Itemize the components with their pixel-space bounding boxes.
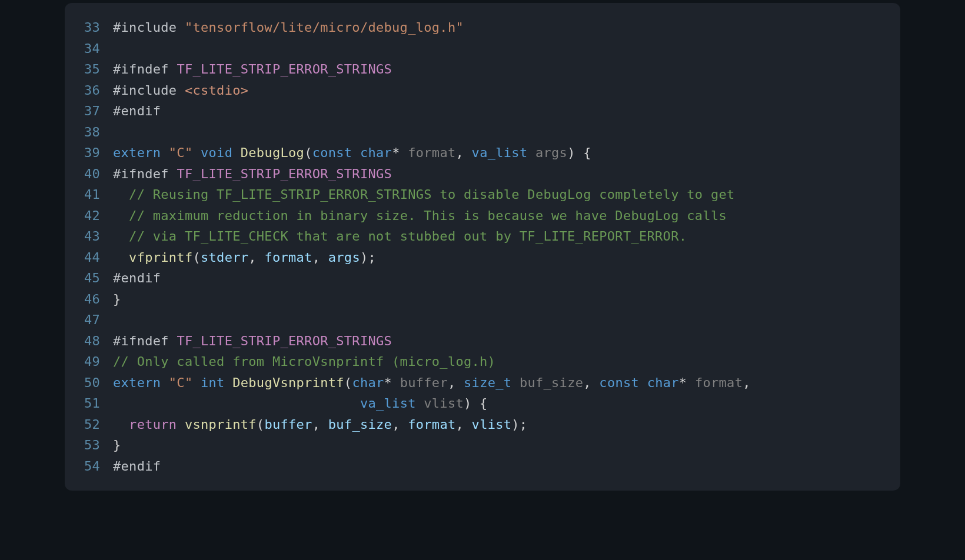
code-line: 36#include <cstdio> — [65, 80, 886, 101]
line-number: 45 — [65, 268, 113, 289]
code-content — [113, 122, 886, 143]
code-content: } — [113, 435, 886, 456]
code-token: ( — [257, 417, 265, 432]
code-token: stderr — [201, 250, 248, 265]
code-token: vsnprintf — [185, 417, 257, 432]
line-number: 39 — [65, 142, 113, 164]
code-content: #include "tensorflow/lite/micro/debug_lo… — [113, 17, 886, 38]
code-token: buf_size — [520, 375, 583, 390]
code-token: #ifndef — [113, 62, 177, 76]
line-number: 47 — [65, 309, 113, 331]
code-token: ); — [511, 417, 527, 432]
code-token: args — [328, 250, 360, 265]
code-line: 47 — [65, 309, 886, 331]
code-token — [113, 229, 129, 244]
code-token: vlist — [472, 417, 512, 432]
code-content — [113, 309, 886, 331]
code-token — [113, 187, 129, 202]
line-number: 34 — [65, 38, 113, 59]
line-number: 40 — [65, 164, 113, 185]
code-token — [232, 145, 241, 160]
code-token: args — [535, 145, 567, 160]
code-content: } — [113, 289, 886, 310]
line-number: 53 — [65, 435, 113, 456]
code-content: #endif — [113, 101, 886, 122]
line-number: 38 — [65, 122, 113, 143]
code-line: 49// Only called from MicroVsnprintf (mi… — [65, 351, 886, 372]
code-token: const — [599, 375, 639, 390]
code-token: const — [312, 145, 352, 160]
code-token: va_list — [472, 145, 528, 160]
code-token: , — [312, 250, 328, 265]
code-token — [639, 375, 647, 390]
code-token: TF_LITE_STRIP_ERROR_STRINGS — [177, 62, 392, 76]
code-token: // maximum reduction in binary size. Thi… — [129, 208, 727, 223]
code-line: 45#endif — [65, 268, 886, 289]
code-line: 52 return vsnprintf(buffer, buf_size, fo… — [65, 414, 886, 435]
code-token: #endif — [113, 271, 161, 285]
code-line: 51 va_list vlist) { — [65, 393, 886, 414]
code-token: char — [360, 145, 392, 160]
code-token: #endif — [113, 459, 161, 474]
code-line: 48#ifndef TF_LITE_STRIP_ERROR_STRINGS — [65, 331, 886, 352]
code-line: 33#include "tensorflow/lite/micro/debug_… — [65, 17, 886, 38]
line-number: 33 — [65, 17, 113, 38]
code-token: buffer — [400, 375, 448, 390]
code-token: ) { — [567, 145, 591, 160]
code-token: * — [679, 375, 695, 390]
code-token: format — [264, 250, 312, 265]
code-token: size_t — [464, 375, 511, 390]
code-content: // Reusing TF_LITE_STRIP_ERROR_STRINGS t… — [113, 184, 886, 205]
code-token: , — [743, 375, 751, 390]
code-token: buffer — [264, 417, 312, 432]
line-number: 49 — [65, 351, 113, 372]
code-token: "C" — [169, 145, 193, 160]
code-token: ); — [360, 250, 376, 265]
code-token: , — [248, 250, 264, 265]
code-token — [161, 375, 169, 390]
code-content: va_list vlist) { — [113, 393, 886, 414]
code-token: format — [408, 145, 455, 160]
code-content: #endif — [113, 268, 886, 289]
code-token — [511, 375, 520, 390]
code-content: extern "C" void DebugLog(const char* for… — [113, 142, 886, 164]
code-token: // Only called from MicroVsnprintf (micr… — [113, 354, 495, 369]
line-number: 35 — [65, 59, 113, 80]
code-line: 44 vfprintf(stderr, format, args); — [65, 247, 886, 268]
code-token: DebugVsnprintf — [232, 375, 344, 390]
code-token: char — [647, 375, 679, 390]
code-line: 46} — [65, 289, 886, 310]
line-number: 44 — [65, 247, 113, 268]
code-token: ( — [304, 145, 312, 160]
code-line: 39extern "C" void DebugLog(const char* f… — [65, 142, 886, 164]
code-token: #include — [113, 20, 185, 35]
code-token: , — [312, 417, 328, 432]
line-number: 41 — [65, 184, 113, 205]
code-token: "tensorflow/lite/micro/debug_log.h" — [185, 20, 464, 35]
line-number: 43 — [65, 226, 113, 247]
code-content: #include <cstdio> — [113, 80, 886, 101]
code-token: #ifndef — [113, 166, 177, 181]
code-token: } — [113, 438, 121, 452]
code-line: 42 // maximum reduction in binary size. … — [65, 205, 886, 226]
code-content: // maximum reduction in binary size. Thi… — [113, 205, 886, 226]
line-number: 48 — [65, 331, 113, 352]
code-token: , — [583, 375, 599, 390]
line-number: 37 — [65, 101, 113, 122]
code-token: , — [456, 145, 472, 160]
line-number: 52 — [65, 414, 113, 435]
code-content: return vsnprintf(buffer, buf_size, forma… — [113, 414, 886, 435]
code-token: // via TF_LITE_CHECK that are not stubbe… — [129, 229, 687, 244]
code-content: vfprintf(stderr, format, args); — [113, 247, 886, 268]
code-token: ) { — [464, 396, 488, 411]
code-token: extern — [113, 375, 161, 390]
code-token: , — [448, 375, 464, 390]
code-token — [113, 396, 360, 411]
code-line: 38 — [65, 122, 886, 143]
code-content: // Only called from MicroVsnprintf (micr… — [113, 351, 886, 372]
code-token: TF_LITE_STRIP_ERROR_STRINGS — [177, 334, 392, 348]
code-token: vlist — [424, 396, 464, 411]
code-token: * — [384, 375, 400, 390]
code-token: void — [201, 145, 232, 160]
code-line: 34 — [65, 38, 886, 59]
